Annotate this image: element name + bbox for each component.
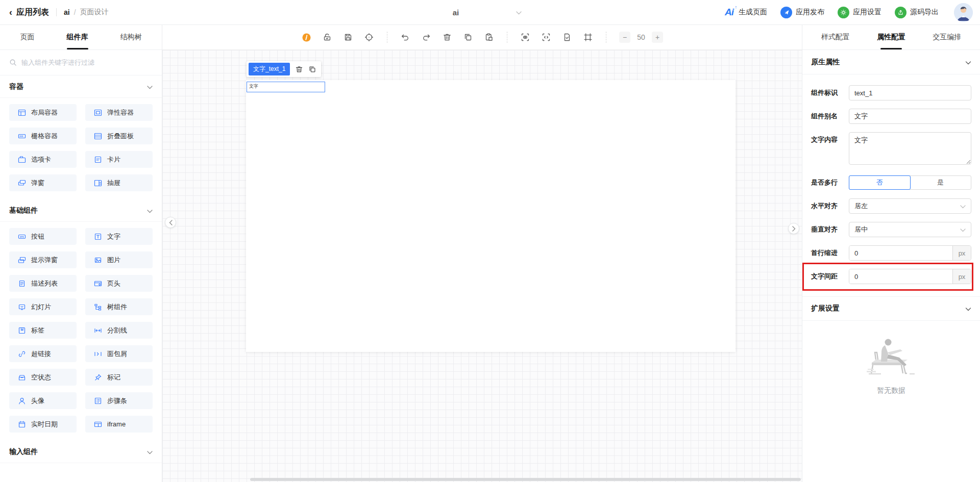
paste-icon[interactable] [484, 32, 494, 42]
component-item-card[interactable]: 卡片 [85, 151, 153, 168]
component-item-realtime-date[interactable]: 实时日期 [9, 416, 77, 433]
component-item-divider[interactable]: 分割线 [85, 322, 153, 339]
component-item-grid-container[interactable]: 栅格容器 [9, 128, 77, 144]
component-item-carousel[interactable]: 幻灯片 [9, 298, 77, 315]
info-icon[interactable] [301, 32, 311, 42]
component-item-steps[interactable]: 步骤条 [85, 392, 153, 409]
vertical-align-select[interactable]: 居中 [849, 222, 971, 237]
design-page[interactable]: 文字 [246, 80, 736, 352]
source-export-button[interactable]: 源码导出 [895, 7, 939, 18]
target-icon[interactable] [364, 32, 374, 42]
component-id-input[interactable] [849, 85, 971, 100]
layout-container-icon [18, 109, 26, 117]
letter-spacing-input[interactable] [849, 269, 952, 284]
field-text-content: 文字内容 文字 [811, 132, 971, 167]
copy-component-icon[interactable] [308, 65, 316, 73]
ai-logo-icon: Ai↑ [725, 7, 735, 18]
component-item-text[interactable]: 文字 [85, 228, 153, 245]
tab-component-library[interactable]: 组件库 [65, 25, 90, 49]
component-item-empty-state[interactable]: 空状态 [9, 369, 77, 386]
component-item-label: 文字 [107, 232, 120, 241]
component-item-modal[interactable]: 弹窗 [9, 174, 77, 191]
copy-icon[interactable] [463, 32, 473, 42]
component-item-iframe[interactable]: iframe [85, 416, 153, 433]
component-item-tabs[interactable]: 选项卡 [9, 151, 77, 168]
undo-icon[interactable] [400, 32, 410, 42]
breadcrumb-app[interactable]: ai [64, 8, 70, 16]
component-item-tag[interactable]: 标签 [9, 322, 77, 339]
component-item-tree[interactable]: 树组件 [85, 298, 153, 315]
app-settings-button[interactable]: 应用设置 [838, 7, 881, 18]
collapse-panel-icon [94, 132, 102, 140]
tab-style-config[interactable]: 样式配置 [819, 25, 852, 49]
app-publish-button[interactable]: 应用发布 [780, 7, 824, 18]
panel-tabs: 样式配置 属性配置 交互编排 [802, 25, 980, 50]
tab-interaction-config[interactable]: 交互编排 [930, 25, 963, 49]
save-icon[interactable] [343, 32, 353, 42]
zoom-in-button[interactable]: + [652, 32, 663, 43]
user-avatar[interactable] [954, 3, 973, 22]
canvas-grid-viewport[interactable]: 文字 文字_text_1 [162, 50, 802, 482]
multiline-option-no[interactable]: 否 [849, 175, 911, 190]
page-select[interactable]: ai [386, 0, 526, 24]
multiline-label: 是否多行 [811, 175, 849, 190]
breadcrumb-icon [94, 350, 102, 358]
section-containers[interactable]: 容器 [0, 75, 162, 98]
section-native-properties[interactable]: 原生属性 [802, 50, 980, 74]
search-input[interactable] [21, 59, 153, 66]
component-item-collapse-panel[interactable]: 折叠面板 [85, 128, 153, 144]
back-to-app-list[interactable]: ‹ 应用列表 [9, 7, 49, 18]
frame-icon[interactable] [583, 32, 593, 42]
field-component-id: 组件标识 [811, 85, 971, 100]
horizontal-align-select[interactable]: 居左 [849, 198, 971, 214]
component-item-avatar[interactable]: 头像 [9, 392, 77, 409]
tab-structure-tree[interactable]: 结构树 [118, 25, 144, 49]
collapse-sidebar-handle[interactable] [165, 217, 176, 228]
grid-container-icon [18, 132, 26, 140]
card-icon [94, 156, 102, 164]
delete-component-icon[interactable] [295, 65, 303, 73]
component-item-label: 抽屉 [107, 179, 120, 188]
tab-pages[interactable]: 页面 [18, 25, 37, 49]
section-basic-components[interactable]: 基础组件 [0, 199, 162, 222]
component-item-page-header[interactable]: 页头 [85, 275, 153, 292]
description-list-icon [18, 280, 26, 288]
selected-text-element[interactable]: 文字 [247, 82, 325, 92]
component-alias-input[interactable] [849, 109, 971, 124]
component-item-breadcrumb[interactable]: 面包屑 [85, 345, 153, 362]
chevron-down-icon [147, 447, 153, 456]
header-actions: Ai↑ 生成页面 应用发布 应用设置 源码导出 [725, 3, 973, 22]
text-content-textarea[interactable]: 文字 [849, 132, 971, 165]
page-select-value: ai [453, 8, 459, 17]
component-item-flex-container[interactable]: 弹性容器 [85, 104, 153, 121]
component-item-drawer[interactable]: 抽屉 [85, 174, 153, 191]
component-item-tip-modal[interactable]: 提示弹窗 [9, 251, 77, 268]
horizontal-align-value: 居左 [854, 201, 868, 211]
redo-icon[interactable] [421, 32, 431, 42]
section-input-components[interactable]: 输入组件 [0, 441, 162, 463]
field-vertical-align: 垂直对齐 居中 [811, 222, 971, 237]
component-item-hyperlink[interactable]: 超链接 [9, 345, 77, 362]
zoom-out-button[interactable]: − [619, 32, 630, 43]
delete-icon[interactable] [442, 32, 452, 42]
component-item-label: 栅格容器 [31, 132, 58, 141]
code-preview-icon[interactable] [541, 32, 551, 42]
generate-page-button[interactable]: Ai↑ 生成页面 [725, 7, 767, 18]
component-item-layout-container[interactable]: 布局容器 [9, 104, 77, 121]
doc-check-icon[interactable] [562, 32, 572, 42]
image-icon [94, 256, 102, 264]
component-item-image[interactable]: 图片 [85, 251, 153, 268]
first-line-indent-input[interactable] [849, 246, 952, 260]
native-properties-fields: 组件标识 组件别名 文字内容 文字 是否多行 否 是 [802, 74, 980, 296]
multiline-option-yes[interactable]: 是 [910, 176, 971, 189]
component-item-button[interactable]: BTN 按钮 [9, 228, 77, 245]
section-extension-settings[interactable]: 扩展设置 [802, 296, 980, 321]
horizontal-scrollbar-thumb[interactable] [250, 478, 801, 481]
selected-component-chip[interactable]: 文字_text_1 [249, 63, 290, 75]
component-item-marker[interactable]: 标记 [85, 369, 153, 386]
preview-eye-icon[interactable] [520, 32, 530, 42]
collapse-panel-handle[interactable] [788, 223, 799, 234]
unlock-icon[interactable] [322, 32, 332, 42]
component-item-description-list[interactable]: 描述列表 [9, 275, 77, 292]
tab-property-config[interactable]: 属性配置 [875, 25, 908, 49]
